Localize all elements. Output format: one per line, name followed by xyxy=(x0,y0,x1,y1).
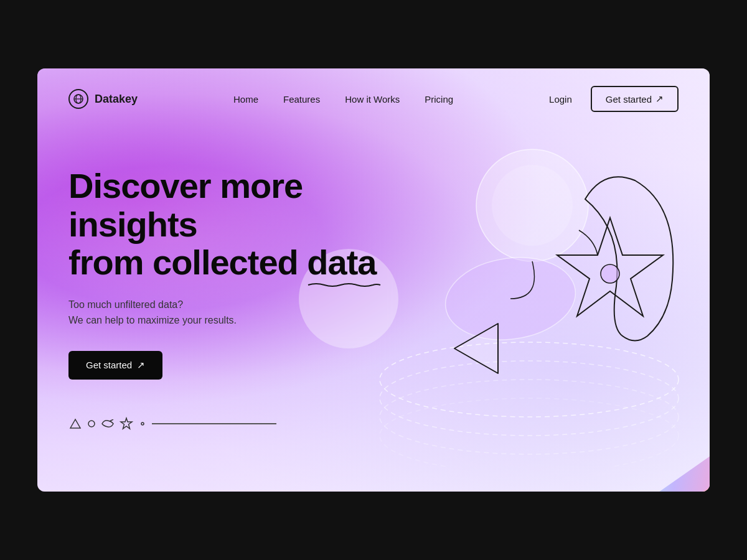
deco-line xyxy=(37,380,710,431)
circle-deco-icon xyxy=(87,419,96,428)
nav-actions: Login Get started ↗ xyxy=(549,86,679,112)
svg-point-11 xyxy=(492,165,573,246)
logo-icon xyxy=(68,89,88,109)
squiggle-decoration xyxy=(307,282,382,287)
nav-features[interactable]: Features xyxy=(283,94,320,105)
brand-name: Datakey xyxy=(95,93,138,106)
nav-pricing[interactable]: Pricing xyxy=(425,94,453,105)
nav-home[interactable]: Home xyxy=(233,94,258,105)
hero-background: Datakey Home Features How it Works Prici… xyxy=(37,68,710,492)
browser-window: Datakey Home Features How it Works Prici… xyxy=(37,68,710,492)
deco-line-bar xyxy=(152,423,276,424)
hero-title: Discover more insights from collected da… xyxy=(68,167,380,282)
deco-icons xyxy=(68,417,147,431)
data-word: data xyxy=(307,243,376,282)
star-deco-icon xyxy=(120,417,133,431)
nav-links: Home Features How it Works Pricing xyxy=(233,94,453,105)
svg-point-3 xyxy=(88,421,95,427)
pin-deco-icon xyxy=(101,419,115,428)
svg-line-4 xyxy=(110,419,113,421)
logo-area: Datakey xyxy=(68,89,138,109)
get-started-nav-button[interactable]: Get started ↗ xyxy=(591,86,679,112)
dot-deco-icon xyxy=(138,419,147,428)
hero-subtitle: Too much unfiltered data? We can help to… xyxy=(68,297,380,329)
arrow-icon: ↗ xyxy=(655,93,664,105)
get-started-hero-button[interactable]: Get started ↗ xyxy=(68,351,162,380)
title-line2: from collected data xyxy=(68,243,376,282)
cta-arrow-icon: ↗ xyxy=(137,360,145,371)
login-button[interactable]: Login xyxy=(549,94,572,105)
triangle-deco-icon xyxy=(68,417,82,431)
navbar: Datakey Home Features How it Works Prici… xyxy=(37,68,710,129)
svg-point-5 xyxy=(141,422,144,425)
hero-content: Discover more insights from collected da… xyxy=(37,129,411,380)
nav-how-it-works[interactable]: How it Works xyxy=(345,94,400,105)
svg-point-13 xyxy=(601,264,619,283)
